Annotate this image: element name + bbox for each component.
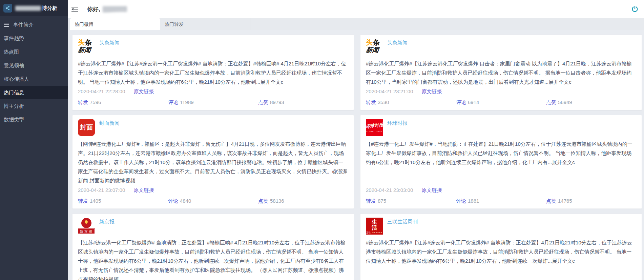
post-text: #连云港化工厂爆炸#【江苏#连云港一化工厂突发爆炸# 当地消防：正在处置】4月2… <box>366 238 636 265</box>
post-card-header: 生 活 三联LIFEWEEK 三联生活周刊 <box>366 218 636 235</box>
sidebar-item-label: 热点图 <box>4 49 19 55</box>
like-count: 89793 <box>270 99 284 105</box>
post-card: 环球时报 GLOBAL TIMES 环球时报 【#连云港一化工厂发生爆炸#，当地… <box>360 115 642 209</box>
post-text: 【网传#连云港化工厂爆炸#，赣榆区：是起火并非爆炸，暂无伤亡】4月21日晚，多位… <box>78 139 348 185</box>
sidebar-item-opinion-leaders[interactable]: 意见领袖 <box>0 59 68 72</box>
greeting-text: 你好, <box>87 5 100 13</box>
like-link[interactable]: 点赞 <box>258 198 268 204</box>
sidebar-item-label: 核心传播人 <box>4 76 29 82</box>
post-stats: 转发1405 评论4840 点赞58136 <box>78 198 348 205</box>
forward-link[interactable]: 转发 <box>78 198 88 204</box>
post-source-link[interactable]: 头条新闻 <box>387 40 408 56</box>
sidebar-item-label: 博主分析 <box>4 103 24 109</box>
sidebar-item-label: 意见领袖 <box>4 62 24 69</box>
main-area: 你好, 热门微博 热门转发 头条 新闻 头条新闻 #连云港化工厂爆炸#【江苏#连… <box>68 0 644 280</box>
comment-count: 11989 <box>180 99 194 105</box>
post-card-header: 封面 封面新闻 <box>78 119 348 136</box>
post-text: #连云港化工厂爆炸#【江苏#连云港一化工厂突发爆炸# 当地消防：正在处置】#赣榆… <box>78 59 348 86</box>
sidebar-nav: 事件简介 事件趋势 热点图 意见领袖 核心传播人 热门信息 博主分析 数据类型 <box>0 16 68 126</box>
forward-count: 7596 <box>90 99 101 105</box>
post-card-grid: 头条 新闻 头条新闻 #连云港化工厂爆炸#【江苏#连云港一化工厂突发爆炸# 当地… <box>72 35 642 280</box>
post-card-footer: 2020-04-21 23:21:00 原文链接 转发3530 评论6914 点… <box>366 88 636 106</box>
sidebar-item-label: 热门信息 <box>4 89 24 96</box>
post-stats: 转发875 评论1861 点赞14765 <box>366 198 636 205</box>
redacted-username <box>103 6 127 13</box>
like-link[interactable]: 点赞 <box>546 99 556 105</box>
like-count: 58136 <box>270 198 284 204</box>
post-card: 头条 新闻 头条新闻 #连云港化工厂爆炸#【江苏#连云港一化工厂突发爆炸# 当地… <box>72 35 354 110</box>
sidebar-item-blogger-analysis[interactable]: 博主分析 <box>0 99 68 113</box>
like-count: 14765 <box>558 198 572 204</box>
sidebar-item-core-spreaders[interactable]: 核心传播人 <box>0 72 68 86</box>
tab-hot-reposts[interactable]: 热门转发 <box>160 18 250 30</box>
list-icon <box>4 23 9 27</box>
post-card-header: 新京报 新京报 <box>78 218 348 235</box>
original-link[interactable]: 原文链接 <box>421 187 442 193</box>
post-text: 【江苏#连云港一化工厂疑似爆炸# 当地消防：正在处置】#赣榆巨响# 4月21日晚… <box>78 238 348 280</box>
post-datetime: 2020-04-21 22:28:00 <box>78 88 125 94</box>
top-header: 你好, <box>68 0 644 18</box>
sidebar-item-event-intro[interactable]: 事件简介 <box>0 18 68 32</box>
sidebar-item-data-types[interactable]: 数据类型 <box>0 113 68 126</box>
post-text: 【#连云港一化工厂发生爆炸#，当地消防：正在处置】21日晚21时10分左右，位于… <box>366 139 636 167</box>
forward-link[interactable]: 转发 <box>78 99 88 105</box>
avatar-toutiao-news[interactable]: 头条 新闻 <box>366 39 383 56</box>
original-link[interactable]: 原文链接 <box>421 88 442 94</box>
original-link[interactable]: 原文链接 <box>133 88 154 94</box>
sidebar-collapse-icon[interactable] <box>71 7 78 12</box>
post-source-link[interactable]: 环球时报 <box>387 120 408 136</box>
forward-count: 1405 <box>90 198 101 204</box>
brand-logo-bar: 博分析 <box>0 0 68 16</box>
comment-count: 1861 <box>468 198 479 204</box>
brand-name-suffix: 博分析 <box>42 5 57 12</box>
post-card-footer: 2020-04-21 23:03:00 原文链接 转发875 评论1861 点赞… <box>366 187 636 205</box>
redacted-brand-name <box>15 6 41 11</box>
post-card: 封面 封面新闻 【网传#连云港化工厂爆炸#，赣榆区：是起火并非爆炸，暂无伤亡】4… <box>72 115 354 209</box>
original-link[interactable]: 原文链接 <box>133 187 154 193</box>
forward-count: 875 <box>378 198 386 204</box>
comment-link[interactable]: 评论 <box>168 99 178 105</box>
sidebar-item-heatmap[interactable]: 热点图 <box>0 45 68 59</box>
post-stats: 转发3530 评论6914 点赞56949 <box>366 99 636 106</box>
forward-count: 3530 <box>378 99 389 105</box>
comment-count: 6914 <box>468 99 479 105</box>
sidebar-item-label: 事件趋势 <box>4 35 24 42</box>
post-source-link[interactable]: 三联生活周刊 <box>387 219 418 235</box>
post-card-footer: 2020-04-21 22:28:00 原文链接 转发7596 评论11989 … <box>78 88 348 106</box>
sidebar-item-label: 事件简介 <box>13 22 34 28</box>
post-card: 头条 新闻 头条新闻 #连云港化工厂爆炸#【江苏连云港化工厂突发爆炸 目击者：家… <box>360 35 642 110</box>
post-source-link[interactable]: 头条新闻 <box>99 40 120 56</box>
brand-logo-icon <box>3 4 12 13</box>
comment-link[interactable]: 评论 <box>168 198 178 204</box>
post-source-link[interactable]: 封面新闻 <box>99 120 120 136</box>
avatar-toutiao-news[interactable]: 头条 新闻 <box>78 39 95 56</box>
post-datetime: 2020-04-21 23:21:00 <box>366 88 413 94</box>
post-card-header: 头条 新闻 头条新闻 <box>78 39 348 56</box>
post-card-header: 头条 新闻 头条新闻 <box>366 39 636 56</box>
avatar-cover-news[interactable]: 封面 <box>78 119 95 136</box>
post-card-header: 环球时报 GLOBAL TIMES 环球时报 <box>366 119 636 136</box>
tab-bar: 热门微博 热门转发 <box>68 18 644 30</box>
comment-link[interactable]: 评论 <box>456 99 466 105</box>
sidebar-item-hot-info[interactable]: 热门信息 <box>0 86 68 99</box>
flame-icon <box>81 218 91 228</box>
avatar-beijing-news[interactable]: 新京报 <box>78 218 95 235</box>
avatar-lifeweek[interactable]: 生 活 三联LIFEWEEK <box>366 218 383 235</box>
post-card-footer: 2020-04-21 23:07:00 原文链接 转发1405 评论4840 点… <box>78 187 348 205</box>
like-link[interactable]: 点赞 <box>258 99 268 105</box>
tab-hot-weibo[interactable]: 热门微博 <box>70 18 160 30</box>
post-source-link[interactable]: 新京报 <box>99 219 115 235</box>
sidebar-item-event-trend[interactable]: 事件趋势 <box>0 32 68 45</box>
like-link[interactable]: 点赞 <box>546 198 556 204</box>
comment-count: 4840 <box>180 198 191 204</box>
comment-link[interactable]: 评论 <box>456 198 466 204</box>
avatar-global-times[interactable]: 环球时报 GLOBAL TIMES <box>366 119 383 136</box>
post-datetime: 2020-04-21 23:07:00 <box>78 187 125 193</box>
forward-link[interactable]: 转发 <box>366 198 376 204</box>
post-card: 新京报 新京报 【江苏#连云港一化工厂疑似爆炸# 当地消防：正在处置】#赣榆巨响… <box>72 214 354 280</box>
post-stats: 转发7596 评论11989 点赞89793 <box>78 99 348 106</box>
forward-link[interactable]: 转发 <box>366 99 376 105</box>
logout-power-icon[interactable] <box>631 5 639 13</box>
post-text: #连云港化工厂爆炸#【江苏连云港化工厂突发爆炸 目击者：家里门窗震动 以为地震了… <box>366 59 636 86</box>
sidebar-item-label: 数据类型 <box>4 117 24 123</box>
